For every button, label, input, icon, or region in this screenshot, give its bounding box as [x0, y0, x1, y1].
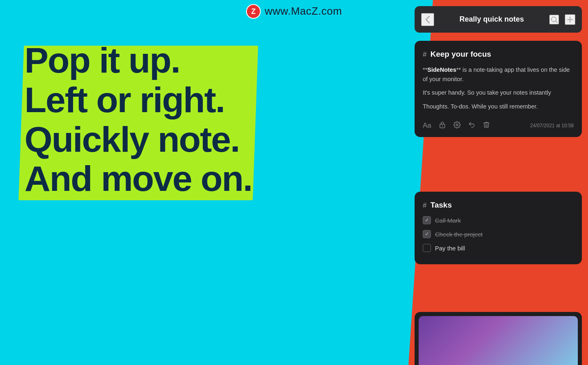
svg-text:Z: Z [251, 7, 255, 15]
task-checkbox-check-project[interactable] [423, 230, 431, 238]
task-item-check-project: Check the project [423, 230, 574, 238]
settings-icon[interactable] [453, 121, 461, 131]
task-item-pay-bill: Pay the bill [423, 244, 574, 252]
note-card-tasks: # Tasks Call Mark Check the project Pay … [415, 192, 582, 264]
task-item-call-mark: Call Mark [423, 216, 574, 224]
task-label-check-project: Check the project [435, 231, 483, 238]
bottom-card-gradient [419, 316, 578, 365]
font-size-icon[interactable]: Aa [423, 122, 431, 130]
add-button[interactable] [565, 14, 575, 25]
hero-line-1: Pop it up. [24, 41, 252, 80]
note1-body: **SideNotes** is a note-taking app that … [423, 65, 574, 111]
note1-footer: Aa [423, 117, 574, 131]
svg-point-5 [456, 124, 458, 126]
note1-bold: SideNotes [427, 66, 456, 73]
note1-footer-icons: Aa [423, 121, 490, 131]
nav-title: Really quick notes [434, 15, 549, 24]
note-card-bottom-partial [415, 312, 582, 365]
share-icon[interactable] [439, 121, 446, 131]
note1-hash: # [423, 51, 426, 58]
task-label-call-mark: Call Mark [435, 217, 461, 224]
hero-highlight-wrapper: Quickly note. [24, 119, 240, 159]
macz-logo: Z [246, 4, 261, 19]
note1-para2: It's super handy. So you take your notes… [423, 88, 574, 97]
task-checkbox-pay-bill[interactable] [423, 244, 431, 252]
note1-para3: Thoughts. To-dos. While you still rememb… [423, 102, 574, 111]
back-button[interactable] [421, 13, 434, 26]
right-panel: Really quick notes # Keep your focus **S… [408, 0, 588, 365]
note1-timestamp: 24/07/2021 at 10:58 [530, 123, 574, 128]
panel-nav: Really quick notes [415, 6, 582, 33]
site-url: www.MacZ.com [265, 5, 342, 18]
undo-icon[interactable] [468, 121, 475, 131]
trash-icon[interactable] [483, 121, 490, 131]
hero-line-3: Quickly note. [24, 120, 252, 159]
note-card-keep-focus: # Keep your focus **SideNotes** is a not… [415, 41, 582, 137]
hero-line-2: Left or right. [24, 80, 252, 120]
note1-para1: **SideNotes** is a note-taking app that … [423, 65, 574, 84]
hero-line-4: And move on. [24, 159, 252, 199]
note1-title: # Keep your focus [423, 50, 574, 59]
note2-hash: # [423, 201, 426, 209]
search-button[interactable] [549, 15, 559, 24]
task-label-pay-bill: Pay the bill [435, 245, 465, 252]
nav-actions [549, 14, 575, 25]
task-checkbox-call-mark[interactable] [423, 216, 431, 224]
hero-section: Pop it up. Left or right. Quickly note. … [24, 41, 252, 199]
note2-title: # Tasks [423, 201, 574, 210]
